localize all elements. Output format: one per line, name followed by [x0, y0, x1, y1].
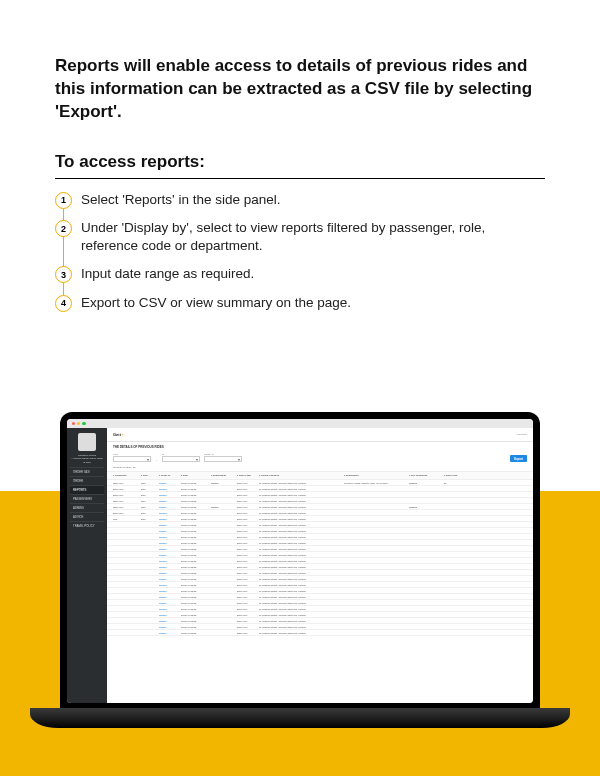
table-cell: 21 Thomas Street, Thomas Street E1, Lond…: [259, 536, 344, 538]
table-cell: 000000: [159, 614, 181, 616]
table-cell: [444, 602, 466, 604]
export-button[interactable]: Export: [510, 455, 527, 462]
table-cell: [211, 596, 237, 598]
table-cell: Black Taxi: [113, 482, 141, 484]
table-cell: [211, 632, 237, 634]
table-cell: 28/06/14 00:00: [181, 512, 211, 514]
close-dot-icon[interactable]: [72, 422, 75, 425]
table-cell: staff: [141, 506, 159, 508]
minimize-dot-icon[interactable]: [77, 422, 80, 425]
sidebar-item-order-taxi[interactable]: ORDER TAXI: [70, 467, 104, 476]
table-cell: [444, 626, 466, 628]
table-cell: Black Taxi: [237, 632, 259, 634]
table-cell: [409, 602, 444, 604]
table-cell: [409, 590, 444, 592]
laptop-base: [30, 708, 570, 728]
table-cell: [444, 500, 466, 502]
table-cell: [444, 596, 466, 598]
table-cell: [211, 536, 237, 538]
table-cell: [344, 524, 409, 526]
column-header[interactable]: ▸ Ref. Reference: [409, 474, 444, 477]
table-cell: 000000: [159, 536, 181, 538]
table-cell: 000000: [159, 602, 181, 604]
table-cell: 21 Thomas Street, Thomas Street E1, Lond…: [259, 602, 344, 604]
table-cell: JD3000: [409, 506, 444, 508]
table-cell: Black Taxi: [237, 596, 259, 598]
table-cell: Black Taxi: [237, 530, 259, 532]
table-cell: staff: [141, 482, 159, 484]
sidebar-item-order[interactable]: ORDER: [70, 476, 104, 485]
table-cell: [444, 620, 466, 622]
date-to-select[interactable]: [162, 456, 200, 462]
table-cell: 28/06/14 00:00: [181, 566, 211, 568]
table-cell: Black Taxi: [237, 566, 259, 568]
table-cell: [211, 578, 237, 580]
table-cell: [444, 614, 466, 616]
maximize-dot-icon[interactable]: [82, 422, 85, 425]
table-cell: 21 Thomas Street, Thomas Street E1, Lond…: [259, 620, 344, 622]
column-header[interactable]: ▸ Pickup Location: [259, 474, 344, 477]
table-cell: [444, 578, 466, 580]
sidebar-item-reports[interactable]: REPORTS: [70, 485, 104, 494]
column-header[interactable]: ▸ Role: [141, 474, 159, 477]
column-header[interactable]: ▸ Destination: [344, 474, 409, 477]
table-cell: [113, 536, 141, 538]
table-cell: 000000: [159, 524, 181, 526]
laptop-mockup: Company Name A Person Name would come in…: [60, 412, 540, 742]
display-by-select[interactable]: [204, 456, 242, 462]
table-cell: [409, 548, 444, 550]
column-header[interactable]: ▸ Passenger: [113, 474, 141, 477]
table-cell: 000000: [159, 620, 181, 622]
table-cell: [409, 500, 444, 502]
table-cell: [113, 554, 141, 556]
column-header[interactable]: ▸ Order ID: [159, 474, 181, 477]
sidebar-item-advice[interactable]: ADVICE: [70, 512, 104, 521]
table-cell: [444, 542, 466, 544]
brand-logo[interactable]: Gett: [113, 432, 121, 437]
column-header[interactable]: ▸ Department: [211, 474, 237, 477]
table-cell: [211, 512, 237, 514]
table-cell: 000000: [159, 596, 181, 598]
table-cell: [344, 494, 409, 496]
column-header[interactable]: ▸ Ride's Taxi: [237, 474, 259, 477]
table-cell: Black Taxi: [113, 494, 141, 496]
table-cell: Black Taxi: [237, 602, 259, 604]
table-cell: [444, 554, 466, 556]
table-cell: [444, 488, 466, 490]
table-cell: Black Taxi: [237, 572, 259, 574]
table-cell: 000000: [159, 506, 181, 508]
table-cell: Black Taxi: [237, 524, 259, 526]
table-cell: [344, 632, 409, 634]
table-cell: [409, 512, 444, 514]
table-cell: [141, 560, 159, 562]
table-cell: Black Taxi: [113, 512, 141, 514]
table-cell: [409, 488, 444, 490]
table-cell: 21 Thomas Street, Thomas Street E1, Lond…: [259, 614, 344, 616]
table-cell: Black Taxi: [237, 488, 259, 490]
table-cell: [344, 488, 409, 490]
table-cell: [344, 554, 409, 556]
table-cell: 000000: [159, 626, 181, 628]
table-cell: [409, 536, 444, 538]
date-from-select[interactable]: [113, 456, 151, 462]
table-cell: 000000: [159, 554, 181, 556]
filters-bar: From - To Display by Export: [107, 451, 533, 465]
sidebar-item-passengers[interactable]: PASSENGERS: [70, 494, 104, 503]
step-text: Export to CSV or view summary on the pag…: [81, 294, 351, 312]
table-cell: Black Taxi: [237, 548, 259, 550]
table-cell: [113, 572, 141, 574]
table-cell: [409, 632, 444, 634]
table-row[interactable]: 00000028/06/14 00:00Black Taxi21 Thomas …: [107, 630, 533, 636]
column-header[interactable]: ▸ Date: [181, 474, 211, 477]
table-cell: [444, 530, 466, 532]
column-header[interactable]: ▸ Ride Price: [444, 474, 466, 477]
table-cell: [113, 566, 141, 568]
sidebar-item-admins[interactable]: ADMINS: [70, 503, 104, 512]
table-cell: [444, 608, 466, 610]
table-cell: 28/06/14 00:00: [181, 632, 211, 634]
sidebar-item-travel-policy[interactable]: TRAVEL POLICY: [70, 521, 104, 530]
table-cell: 21 Thomas Street, Thomas Street E1, Lond…: [259, 530, 344, 532]
avatar[interactable]: [78, 433, 96, 451]
table-cell: 21 Thomas Street, Thomas Street E1, Lond…: [259, 590, 344, 592]
table-cell: [409, 614, 444, 616]
